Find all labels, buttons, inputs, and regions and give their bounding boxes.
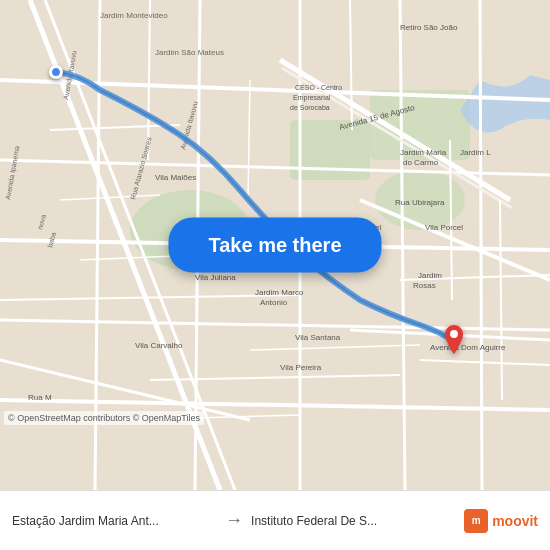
svg-text:Empresarial: Empresarial	[293, 94, 331, 102]
origin-marker	[49, 65, 63, 79]
svg-point-35	[450, 330, 458, 338]
take-me-there-button[interactable]: Take me there	[168, 218, 381, 273]
svg-text:Jardim Montevideo: Jardim Montevideo	[100, 11, 168, 20]
map-attribution: © OpenStreetMap contributors © OpenMapTi…	[4, 411, 204, 425]
arrow-icon: →	[225, 510, 243, 531]
svg-text:Antonio: Antonio	[260, 298, 288, 307]
svg-text:Vila Pereira: Vila Pereira	[280, 363, 322, 372]
moovit-logo-icon: m	[464, 509, 488, 533]
svg-text:Jardim São Mateus: Jardim São Mateus	[155, 48, 224, 57]
svg-text:Vila Porcel: Vila Porcel	[425, 223, 463, 232]
svg-text:Vila Juliana: Vila Juliana	[195, 273, 236, 282]
svg-text:Rua M: Rua M	[28, 393, 52, 402]
moovit-logo-text: moovit	[492, 513, 538, 529]
map-container: Jardim Montevideo Jardim São Mateus Reti…	[0, 0, 550, 490]
svg-text:Retiro São João: Retiro São João	[400, 23, 458, 32]
from-station-label: Estação Jardim Maria Ant...	[12, 514, 217, 528]
svg-text:Jardim Marco: Jardim Marco	[255, 288, 304, 297]
svg-text:de Sorocaba: de Sorocaba	[290, 104, 330, 111]
svg-text:CESO - Centro: CESO - Centro	[295, 84, 342, 91]
svg-text:Vila Santana: Vila Santana	[295, 333, 341, 342]
svg-text:do Carmo: do Carmo	[403, 158, 439, 167]
destination-marker	[440, 325, 468, 365]
moovit-logo: m moovit	[464, 509, 538, 533]
to-station-label: Instituto Federal De S...	[251, 514, 456, 528]
svg-text:Vila Malões: Vila Malões	[155, 173, 196, 182]
svg-text:Rua Ubirajara: Rua Ubirajara	[395, 198, 445, 207]
bottom-bar: Estação Jardim Maria Ant... → Instituto …	[0, 490, 550, 550]
svg-text:Jardim Maria: Jardim Maria	[400, 148, 447, 157]
svg-text:Jardim L: Jardim L	[460, 148, 491, 157]
svg-text:Rosas: Rosas	[413, 281, 436, 290]
svg-text:Jardim: Jardim	[418, 271, 442, 280]
svg-text:Vila Carvalho: Vila Carvalho	[135, 341, 183, 350]
